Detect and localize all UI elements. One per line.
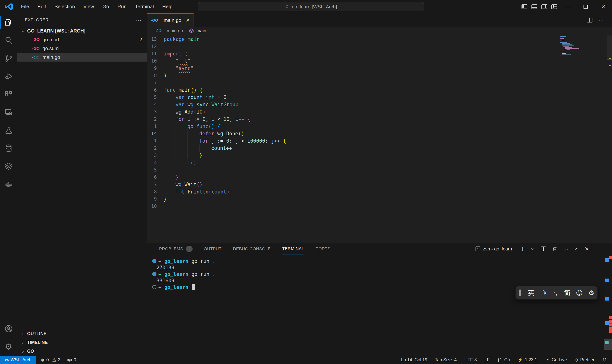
status-item-ln-14-col-19[interactable]: Ln 14, Col 19 <box>401 357 427 363</box>
terminal-command-line[interactable]: →go_learngo run . <box>147 271 612 277</box>
maximize-panel-chevron-icon[interactable] <box>575 247 579 251</box>
status-item-tab-size-4[interactable]: Tab Size: 4 <box>435 357 457 363</box>
code-line[interactable]: 7 <box>147 79 612 86</box>
breadcrumb-file[interactable]: main.go <box>167 28 183 33</box>
ports-status[interactable]: 0 <box>67 357 76 363</box>
file-row-go-sum[interactable]: GOgo.sum <box>17 44 147 53</box>
code-line[interactable]: 4var wg sync.WaitGroup <box>147 101 612 108</box>
file-row-go-mod[interactable]: GOgo.mod2 <box>17 35 147 44</box>
code-line[interactable]: 11import ( <box>147 50 612 57</box>
activitybar-database-icon[interactable] <box>0 139 17 157</box>
panel-tab-terminal[interactable]: TERMINAL <box>282 243 304 255</box>
tab-close-icon[interactable]: ✕ <box>186 17 190 23</box>
panel-more-actions-icon[interactable]: ⋯ <box>563 246 569 252</box>
remote-indicator[interactable]: >< WSL: Arch <box>0 356 36 364</box>
notifications-bell-icon[interactable] <box>602 358 607 363</box>
scrollbar-slider[interactable] <box>607 35 612 60</box>
activitybar-remote-explorer-icon[interactable] <box>0 103 17 121</box>
status-item-go-live[interactable]: Go Live <box>545 357 567 363</box>
command-center-search[interactable]: go_learn [WSL: Arch] <box>198 2 424 11</box>
new-terminal-icon[interactable]: + <box>520 245 525 253</box>
sidebar-section-go[interactable]: ›GO <box>17 347 147 356</box>
panel-tab-debug-console[interactable]: DEBUG CONSOLE <box>233 243 271 255</box>
customize-layout-icon[interactable] <box>549 0 559 13</box>
ime-simplified-chinese-icon[interactable]: 简 <box>561 288 573 297</box>
code-line[interactable]: 10 <box>147 203 612 210</box>
toggle-sidebar-icon[interactable] <box>519 0 529 13</box>
breadcrumb-symbol[interactable]: main <box>196 28 206 33</box>
minimize-button[interactable]: — <box>559 0 577 13</box>
code-line[interactable]: 10"fmt" <box>147 57 612 65</box>
sidebar-section-timeline[interactable]: ›TIMELINE <box>17 338 147 347</box>
activitybar-testing-icon[interactable] <box>0 121 17 139</box>
terminal-output-line[interactable]: 331609 <box>147 277 612 284</box>
status-item-utf-8[interactable]: UTF-8 <box>464 357 477 363</box>
status-item-go[interactable]: {}Go <box>497 357 510 363</box>
workspace-root-row[interactable]: ⌄ GO_LEARN [WSL: ARCH] <box>17 26 147 35</box>
code-line[interactable]: 4}() <box>147 159 612 166</box>
split-editor-icon[interactable] <box>587 17 593 23</box>
status-item-lf[interactable]: LF <box>484 357 490 363</box>
menu-item-edit[interactable]: Edit <box>33 2 50 12</box>
code-line[interactable]: 14defer wg.Done() <box>147 130 612 137</box>
menu-item-view[interactable]: View <box>79 2 98 12</box>
code-line[interactable]: 2count++ <box>147 144 612 152</box>
panel-tab-ports[interactable]: PORTS <box>315 243 331 255</box>
activitybar-explorer-icon[interactable] <box>0 13 17 31</box>
code-line[interactable]: 5 <box>147 166 612 174</box>
activitybar-layers-icon[interactable] <box>0 157 17 175</box>
menu-item-terminal[interactable]: Terminal <box>131 2 158 12</box>
kill-terminal-trash-icon[interactable] <box>552 246 558 252</box>
menu-item-file[interactable]: File <box>17 2 33 12</box>
menu-item-go[interactable]: Go <box>98 2 113 12</box>
code-editor[interactable]: 13package main1211import (10"fmt"9"sync"… <box>147 35 612 243</box>
code-line[interactable]: 8fmt.Println(count) <box>147 188 612 195</box>
panel-tab-problems[interactable]: PROBLEMS2 <box>159 243 193 255</box>
ime-drag-handle[interactable] <box>519 289 521 296</box>
code-line[interactable]: 8) <box>147 72 612 79</box>
menu-item-selection[interactable]: Selection <box>50 2 79 12</box>
toggle-secondary-sidebar-icon[interactable] <box>539 0 549 13</box>
terminal-command-line[interactable]: →go_learngo run . <box>147 258 612 264</box>
status-item-1-23-1[interactable]: ⚡1.23.1 <box>518 357 537 363</box>
code-line[interactable]: 12 <box>147 43 612 50</box>
file-row-main-go[interactable]: GOmain.go <box>17 53 147 62</box>
tab-main-go[interactable]: GO main.go ✕ <box>147 13 194 26</box>
problems-status[interactable]: ⊗ 0 ⚠ 2 <box>41 357 60 363</box>
code-line[interactable]: 5var count int = 0 <box>147 94 612 101</box>
ime-emoji-icon[interactable]: ☺ <box>573 289 585 297</box>
activitybar-accounts-icon[interactable] <box>0 320 17 338</box>
menu-item-run[interactable]: Run <box>113 2 131 12</box>
close-panel-icon[interactable]: ✕ <box>585 246 589 252</box>
editor-more-actions-icon[interactable]: ⋯ <box>598 17 604 23</box>
code-line[interactable]: 2for i := 0; i < 10; i++ { <box>147 116 612 123</box>
split-terminal-icon[interactable] <box>541 246 546 252</box>
maximize-button[interactable] <box>577 0 594 13</box>
activitybar-extensions-icon[interactable] <box>0 85 17 103</box>
minimap[interactable] <box>560 36 588 61</box>
code-line[interactable]: 7wg.Wait() <box>147 181 612 188</box>
code-line[interactable]: 9"sync" <box>147 65 612 72</box>
code-line[interactable]: 6} <box>147 174 612 181</box>
activitybar-source-control-icon[interactable] <box>0 49 17 67</box>
code-line[interactable]: 3wg.Add(10) <box>147 108 612 116</box>
terminal-output[interactable]: →go_learngo run .270139→go_learngo run .… <box>147 255 612 290</box>
activitybar-run-debug-icon[interactable] <box>0 67 17 85</box>
status-item-prettier[interactable]: ⊘Prettier <box>574 357 594 363</box>
terminal-instance[interactable]: zsh - go_learn <box>475 246 512 252</box>
close-button[interactable]: ✕ <box>594 0 612 13</box>
toggle-panel-icon[interactable] <box>529 0 539 13</box>
activitybar-settings-gear-icon[interactable]: ⚙ <box>0 338 17 356</box>
panel-tab-output[interactable]: OUTPUT <box>203 243 222 255</box>
ime-halfwidth-moon-icon[interactable]: ☽ <box>537 289 549 297</box>
ime-english-mode-button[interactable]: 英 <box>525 288 537 297</box>
sidebar-section-outline[interactable]: ›OUTLINE <box>17 329 147 338</box>
menu-item-help[interactable]: Help <box>158 2 176 12</box>
ime-settings-gear-icon[interactable]: ⚙ <box>585 289 597 297</box>
terminal-output-line[interactable]: 270139 <box>147 264 612 271</box>
activitybar-docker-icon[interactable] <box>0 175 17 193</box>
terminal-dropdown-chevron-icon[interactable] <box>531 247 535 251</box>
activitybar-search-icon[interactable] <box>0 31 17 49</box>
code-line[interactable]: 1go func() { <box>147 123 612 130</box>
code-line[interactable]: 3} <box>147 152 612 159</box>
